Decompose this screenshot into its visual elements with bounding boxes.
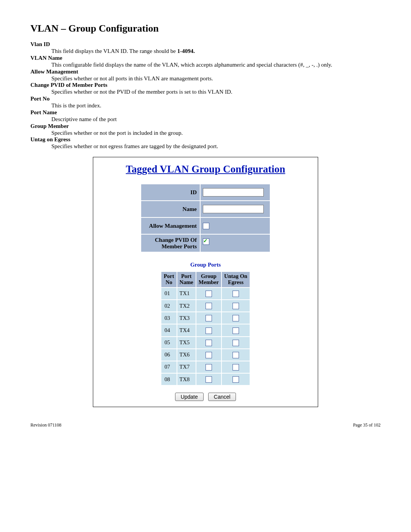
change-pvid-label: Change PVID Of Member Ports xyxy=(141,235,200,252)
revision-text: Revision 071108 xyxy=(30,422,61,428)
definition-term: VLAN Name xyxy=(30,55,381,61)
port-name-cell: TX1 xyxy=(177,288,196,299)
port-no-cell: 05 xyxy=(161,337,176,348)
col-group-member: GroupMember xyxy=(196,272,221,287)
untag-egress-checkbox[interactable] xyxy=(233,352,239,358)
group-member-cell xyxy=(196,361,221,373)
id-label: ID xyxy=(141,184,200,200)
definition-list: Vlan IDThis field displays the VLAN ID. … xyxy=(30,41,381,150)
untag-egress-checkbox[interactable] xyxy=(233,328,239,334)
change-pvid-label-line1: Change PVID Of xyxy=(155,237,197,243)
definition-description: This configurable field displays the nam… xyxy=(51,61,381,69)
untag-egress-checkbox[interactable] xyxy=(233,364,239,371)
group-member-cell xyxy=(196,288,221,299)
id-input[interactable] xyxy=(203,188,264,197)
page-title: VLAN – Group Configuration xyxy=(30,23,381,34)
port-no-cell: 06 xyxy=(161,349,176,361)
config-panel: Tagged VLAN Group Configuration ID Name … xyxy=(93,157,318,407)
untag-egress-cell xyxy=(222,312,250,324)
group-ports-table: PortNo PortName GroupMember Untag OnEgre… xyxy=(161,271,250,386)
cancel-button[interactable]: Cancel xyxy=(208,393,236,401)
vlan-form-table: ID Name Allow Management Change PVID Of … xyxy=(140,184,271,252)
group-member-checkbox[interactable] xyxy=(206,340,212,346)
port-name-cell: TX7 xyxy=(177,361,196,373)
group-member-cell xyxy=(196,300,221,312)
untag-egress-cell xyxy=(222,337,250,348)
col-untag-egress: Untag OnEgress xyxy=(222,272,250,287)
group-member-cell xyxy=(196,374,221,385)
untag-egress-cell xyxy=(222,300,250,312)
group-member-cell xyxy=(196,337,221,348)
config-panel-title: Tagged VLAN Group Configuration xyxy=(99,163,312,175)
untag-egress-cell xyxy=(222,324,250,336)
definition-description: Specifies whether or not egress frames a… xyxy=(51,143,381,150)
untag-egress-cell xyxy=(222,361,250,373)
definition-description: Specifies whether or not the port is inc… xyxy=(51,129,381,137)
table-row: 07TX7 xyxy=(161,361,250,373)
port-name-cell: TX6 xyxy=(177,349,196,361)
table-row: 02TX2 xyxy=(161,300,250,312)
group-member-checkbox[interactable] xyxy=(206,352,212,358)
table-row: 08TX8 xyxy=(161,374,250,385)
untag-egress-checkbox[interactable] xyxy=(233,376,239,383)
definition-term: Untag on Egress xyxy=(30,136,381,143)
untag-egress-checkbox[interactable] xyxy=(233,291,239,297)
group-member-cell xyxy=(196,312,221,324)
table-row: 01TX1 xyxy=(161,288,250,299)
port-no-cell: 07 xyxy=(161,361,176,373)
definition-term: Port No xyxy=(30,96,381,102)
untag-egress-cell xyxy=(222,349,250,361)
page-footer: Revision 071108 Page 35 of 102 xyxy=(30,422,381,428)
definition-description: Specifies whether or not the PVID of the… xyxy=(51,88,381,96)
allow-management-label: Allow Management xyxy=(141,218,200,234)
table-row: 04TX4 xyxy=(161,324,250,336)
definition-description: Descriptive name of the port xyxy=(51,116,381,123)
untag-egress-cell xyxy=(222,288,250,299)
allow-management-checkbox[interactable] xyxy=(203,223,209,229)
table-row: 03TX3 xyxy=(161,312,250,324)
group-member-cell xyxy=(196,324,221,336)
definition-term: Vlan ID xyxy=(30,41,381,48)
update-button[interactable]: Update xyxy=(175,393,204,401)
group-member-checkbox[interactable] xyxy=(206,328,212,334)
group-ports-title: Group Ports xyxy=(99,262,312,268)
port-no-cell: 03 xyxy=(161,312,176,324)
port-name-cell: TX2 xyxy=(177,300,196,312)
untag-egress-checkbox[interactable] xyxy=(233,315,239,321)
definition-description: Specifies whether or not all ports in th… xyxy=(51,75,381,82)
untag-egress-checkbox[interactable] xyxy=(233,340,239,346)
col-port-no: PortNo xyxy=(161,272,176,287)
col-port-name: PortName xyxy=(177,272,196,287)
port-name-cell: TX8 xyxy=(177,374,196,385)
definition-term: Change PVID of Member Ports xyxy=(30,82,381,88)
change-pvid-label-line2: Member Ports xyxy=(161,243,197,249)
definition-term: Allow Management xyxy=(30,69,381,75)
name-label: Name xyxy=(141,201,200,217)
port-no-cell: 01 xyxy=(161,288,176,299)
table-row: 06TX6 xyxy=(161,349,250,361)
port-name-cell: TX4 xyxy=(177,324,196,336)
change-pvid-checkbox[interactable] xyxy=(203,238,209,245)
button-row: Update Cancel xyxy=(99,393,312,401)
untag-egress-checkbox[interactable] xyxy=(233,303,239,309)
group-member-cell xyxy=(196,349,221,361)
port-no-cell: 04 xyxy=(161,324,176,336)
group-member-checkbox[interactable] xyxy=(206,315,212,321)
definition-description: This is the port index. xyxy=(51,102,381,109)
group-member-checkbox[interactable] xyxy=(206,291,212,297)
untag-egress-cell xyxy=(222,374,250,385)
page-number: Page 35 of 102 xyxy=(353,422,381,428)
definition-description: This field displays the VLAN ID. The ran… xyxy=(51,48,381,55)
group-member-checkbox[interactable] xyxy=(206,364,212,371)
port-no-cell: 08 xyxy=(161,374,176,385)
port-name-cell: TX3 xyxy=(177,312,196,324)
group-member-checkbox[interactable] xyxy=(206,303,212,309)
table-row: 05TX5 xyxy=(161,337,250,348)
port-name-cell: TX5 xyxy=(177,337,196,348)
name-input[interactable] xyxy=(203,205,264,213)
port-no-cell: 02 xyxy=(161,300,176,312)
definition-term: Port Name xyxy=(30,109,381,116)
definition-term: Group Member xyxy=(30,123,381,129)
group-member-checkbox[interactable] xyxy=(206,376,212,383)
